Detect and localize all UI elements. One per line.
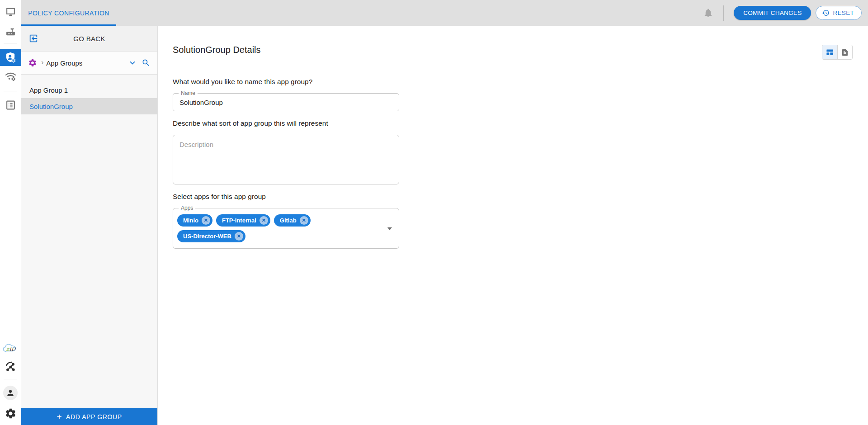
app-group-item[interactable]: SolutionGroup [21, 98, 157, 114]
view-toggle [822, 45, 853, 60]
policy-shield-user-icon-active[interactable] [0, 49, 21, 66]
details-panel: SolutionGroup Details What would you lik… [158, 26, 868, 425]
name-question-label: What would you like to name this app gro… [173, 78, 853, 86]
notifications-bell-icon[interactable] [703, 8, 713, 18]
go-back-label: GO BACK [73, 35, 105, 42]
document-view-button[interactable] [837, 45, 852, 59]
restore-history-icon [822, 9, 830, 17]
back-exit-icon [28, 33, 38, 45]
network-topology-icon[interactable] [0, 360, 21, 373]
commit-changes-button[interactable]: COMMIT CHANGES [734, 6, 811, 20]
chip-remove-icon[interactable]: ✕ [235, 232, 243, 241]
plus-icon: + [57, 412, 62, 421]
svg-text:zID: zID [6, 346, 16, 352]
chip-remove-icon[interactable]: ✕ [202, 216, 210, 225]
zid-logo[interactable]: zID [0, 342, 21, 354]
desktop-monitor-icon[interactable] [0, 6, 21, 18]
chip-remove-icon[interactable]: ✕ [259, 216, 268, 225]
form-list-icon[interactable] [0, 99, 21, 111]
rail-divider [4, 43, 17, 43]
name-field-label: Name [179, 90, 198, 96]
reset-button[interactable]: RESET [816, 6, 862, 20]
apps-select[interactable]: Apps Minio✕FTP-Internal✕Gitlab✕US-DIrect… [173, 208, 399, 249]
settings-gear-icon[interactable] [0, 407, 21, 420]
name-field: Name [173, 93, 399, 111]
tab-policy-configuration[interactable]: POLICY CONFIGURATION [21, 0, 116, 26]
tab-label: POLICY CONFIGURATION [28, 9, 109, 17]
router-icon[interactable] [0, 26, 21, 37]
apps-question-label: Select apps for this app group [173, 193, 853, 201]
breadcrumb-separator: › [41, 58, 43, 66]
app-chip-label: FTP-Internal [222, 217, 256, 224]
top-bar: POLICY CONFIGURATION COMMIT CHANGES RESE… [21, 0, 868, 26]
page-title: SolutionGroup Details [173, 44, 261, 56]
topbar-divider [723, 5, 724, 21]
app-groups-gear-icon [28, 58, 37, 67]
app-chip[interactable]: Minio✕ [177, 214, 212, 227]
icon-rail: zID [0, 0, 21, 425]
app-chip-label: Gitlab [280, 217, 297, 224]
app-chip[interactable]: FTP-Internal✕ [216, 214, 270, 227]
description-question-label: Describe what sort of app group this wil… [173, 119, 853, 128]
rail-divider [4, 91, 17, 91]
breadcrumb: › App Groups [21, 52, 157, 75]
search-icon[interactable] [142, 58, 151, 67]
app-group-list: App Group 1SolutionGroup [21, 75, 157, 114]
app-group-item[interactable]: App Group 1 [21, 82, 157, 98]
app-chip[interactable]: US-DIrector-WEB✕ [177, 230, 245, 242]
chevron-down-icon[interactable] [127, 58, 137, 68]
go-back-button[interactable]: GO BACK [21, 26, 157, 52]
app-chip[interactable]: Gitlab✕ [274, 214, 311, 227]
layout-view-button[interactable] [822, 45, 837, 59]
app-groups-sidebar: GO BACK › App Groups App Group 1Solution… [21, 26, 158, 425]
dropdown-caret-icon[interactable] [387, 227, 392, 230]
app-chips: Minio✕FTP-Internal✕Gitlab✕US-DIrector-WE… [177, 214, 317, 242]
user-avatar[interactable] [0, 386, 21, 400]
app-chip-label: US-DIrector-WEB [183, 233, 231, 240]
breadcrumb-label: App Groups [46, 59, 82, 67]
rail-divider [4, 379, 17, 379]
description-textarea[interactable] [173, 135, 399, 184]
chip-remove-icon[interactable]: ✕ [300, 216, 308, 225]
name-input[interactable] [173, 99, 399, 106]
app-chip-label: Minio [183, 217, 198, 224]
apps-field-label: Apps [179, 205, 195, 211]
wifi-settings-icon[interactable] [0, 70, 21, 82]
add-app-group-button[interactable]: + ADD APP GROUP [21, 408, 157, 425]
